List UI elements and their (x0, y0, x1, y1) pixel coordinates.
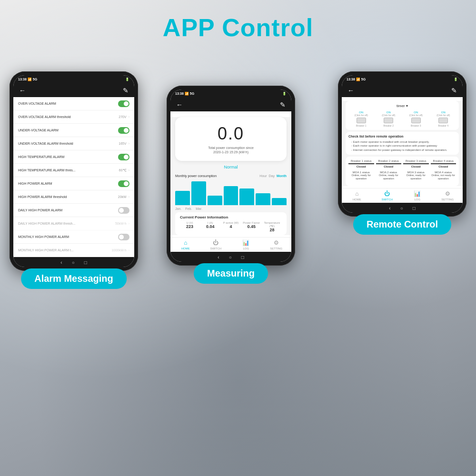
b1-title: Breaker 1 status (348, 159, 374, 162)
power-cell-i: I (A) 0.04 (200, 221, 220, 232)
app-header-right: ← ✎ (342, 84, 463, 97)
moa-1-status: MOA 1 status Online, ready for operation (348, 171, 374, 180)
back-button-right[interactable]: ← (347, 87, 354, 94)
val-u: 223 (180, 224, 199, 229)
home-label-center: HOME (181, 247, 190, 250)
alarm-row-6[interactable]: HIGH TEMPERATURE ALARM thres... 60℃ › (13, 164, 134, 177)
breaker-2-status: Breaker 2 status Closed (376, 159, 402, 168)
b1-line (348, 163, 374, 164)
alarm-row-8[interactable]: HIGH POWER ALARM threshold 20kW › (13, 190, 134, 204)
checklist-section: Check list before remote operation Each … (346, 132, 459, 155)
breaker-icon-4 (438, 118, 448, 123)
power-cell-p: P active (W) 4 (221, 221, 240, 232)
phone-nav-center: ‹ ○ □ (170, 252, 291, 262)
app-header-center: ← ✎ (170, 98, 291, 111)
nav-home-btn-right[interactable]: ○ (400, 206, 403, 211)
tab-month[interactable]: Month (277, 174, 287, 178)
toggle-3[interactable] (118, 127, 129, 134)
back-button-center[interactable]: ← (176, 101, 183, 109)
toggle-9[interactable] (118, 207, 129, 214)
val-temp: 28 (262, 228, 282, 232)
nav-menu-center[interactable]: □ (241, 255, 244, 260)
power-cell-u: U (V) 223 (180, 221, 199, 232)
nav-log-right[interactable]: 📊 LOG (402, 190, 433, 201)
phone-screen-center: 13:38 📶 5G 🔋 ← ✎ 0.0 Total power consump… (170, 89, 291, 262)
phone-body-right: 13:38 📶 5G 🔋 ← ✎ timer ▾ ON (Cli (338, 71, 466, 217)
timer-btn-4[interactable]: ON (Click for off) Breaker 4 (431, 111, 456, 127)
nav-log-center[interactable]: 📊 LOG (231, 239, 261, 250)
monthly-label: Monthly power consumption (175, 174, 217, 178)
b3-line (403, 163, 429, 164)
toggle-7[interactable] (118, 180, 129, 187)
nav-setting-right[interactable]: ⚙ SETTING (433, 190, 463, 201)
alarm-row-2[interactable]: OVER-VOLTAGE ALARM threshold 270V › (13, 110, 134, 124)
nav-menu-right[interactable]: □ (413, 206, 416, 211)
nav-home-right[interactable]: ⌂ HOME (342, 190, 372, 201)
monthly-header: Monthly power consumption Hour Day Month (170, 171, 291, 178)
moa2-val: Online, ready for operation (376, 174, 402, 180)
alarm-value-6: 60℃ (119, 169, 127, 172)
nav-back-left[interactable]: ‹ (60, 260, 62, 265)
phone-screen-right: 13:38 📶 5G 🔋 ← ✎ timer ▾ ON (Cli (342, 75, 463, 213)
edit-button-right[interactable]: ✎ (451, 87, 457, 94)
moa-status-row: MOA 1 status Online, ready for operation… (348, 171, 456, 180)
alarm-row-7: HIGH POWER ALARM (13, 177, 134, 190)
b3-val: Closed (403, 165, 429, 168)
checklist-title: Check list before remote operation (348, 135, 456, 138)
bar-7 (272, 198, 287, 205)
time-tabs: Hour Day Month (259, 174, 287, 178)
alarm-label-6: HIGH TEMPERATURE ALARM thres... (18, 169, 119, 172)
app-header-left: ← ✎ (13, 84, 134, 97)
alarm-label-12: MONTHLY HIGH POWER ALARM t... (18, 248, 111, 252)
b2-val: Closed (376, 165, 402, 168)
icons-center: 🔋 (282, 92, 287, 96)
status-grid: Breaker 1 status Closed Breaker 2 status… (346, 157, 459, 186)
toggle-5[interactable] (118, 154, 129, 160)
time-center: 13:38 📶 5G (175, 92, 194, 96)
timer-btn-3[interactable]: ON (Click for off) Breaker 3 (403, 111, 429, 127)
toggle-1[interactable] (118, 100, 129, 107)
timer-btn-2[interactable]: ON (Click for off) Breaker 2 (376, 111, 402, 127)
timer-btn-1[interactable]: ON (Click for off) Breaker 1 (348, 111, 374, 127)
b4-val: Closed (431, 165, 456, 168)
nav-back-right[interactable]: ‹ (389, 206, 390, 211)
home-icon-right: ⌂ (355, 190, 358, 197)
toggle-11[interactable] (118, 234, 129, 240)
alarm-label-11: MONTHLY HIGH POWER ALARM (18, 235, 118, 238)
nav-home-left[interactable]: ○ (72, 260, 75, 265)
alarm-row-4[interactable]: UNDER-VOLTAGE ALARM threshold 165V › (13, 137, 134, 150)
nav-switch-right[interactable]: ⏻ SWITCH (372, 190, 403, 201)
back-button-left[interactable]: ← (19, 87, 26, 94)
timer-sub-3: (Click for off) (403, 114, 429, 117)
nav-switch-center[interactable]: ⏻ SWITCH (201, 239, 231, 250)
switch-icon-right: ⏻ (384, 190, 390, 197)
bar-1 (175, 191, 190, 205)
tab-day[interactable]: Day (269, 174, 275, 178)
bar-chart (170, 178, 291, 207)
time-right: 13:38 📶 5G (347, 78, 366, 81)
b2-line (376, 163, 402, 164)
nav-home-btn-center[interactable]: ○ (229, 255, 232, 260)
nav-back-center[interactable]: ‹ (218, 255, 219, 260)
alarm-label-9: DAILY HIGH POWER ALARM (18, 208, 118, 212)
month-mar: Mar. (196, 207, 202, 210)
setting-label-right: SETTING (441, 198, 454, 201)
icons-right: 🔋 (454, 78, 458, 81)
center-body: 0.0 Total power consumption since2020-1-… (170, 117, 291, 235)
nav-home-center[interactable]: ⌂ HOME (170, 239, 201, 250)
status-bar-center: 13:38 📶 5G 🔋 (170, 89, 291, 98)
month-feb: Feb. (185, 207, 192, 210)
current-power-title: Current Power Information (180, 215, 282, 219)
nav-setting-center[interactable]: ⚙ SETTING (261, 239, 292, 250)
nav-menu-left[interactable]: □ (84, 260, 87, 265)
edit-button-left[interactable]: ✎ (123, 87, 129, 94)
edit-button-center[interactable]: ✎ (280, 101, 286, 109)
switch-label-center: SWITCH (210, 247, 221, 250)
phone-remote: 13:38 📶 5G 🔋 ← ✎ timer ▾ ON (Cli (338, 71, 466, 217)
tab-hour[interactable]: Hour (259, 174, 267, 178)
bar-2 (191, 181, 206, 205)
alarm-label-10: DAILY HIGH POWER ALARM thresh... (18, 222, 115, 225)
alarm-row-3: UNDER-VOLTAGE ALARM (13, 124, 134, 137)
timer-buttons: ON (Click for off) Breaker 1 ON (Click f… (348, 111, 456, 127)
checklist-item-1: Each motor operator is installed with ci… (351, 140, 456, 144)
